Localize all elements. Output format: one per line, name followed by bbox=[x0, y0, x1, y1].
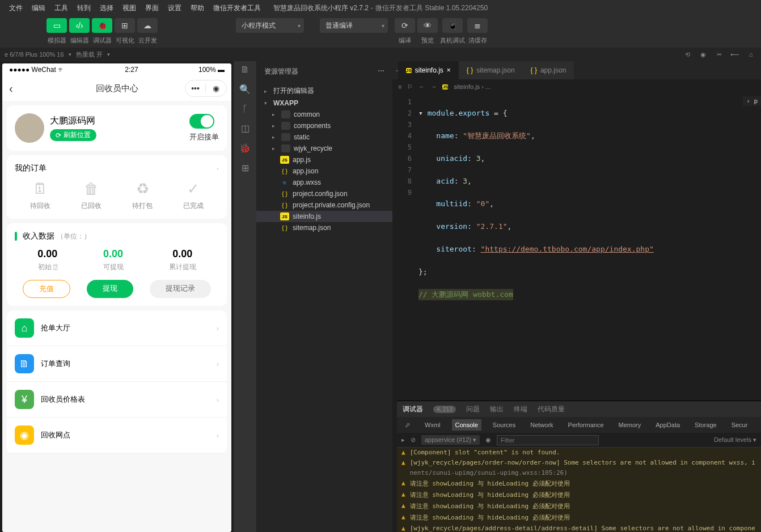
inspect-icon[interactable]: ⬀ bbox=[401, 419, 413, 431]
tab-debugger[interactable]: 🐞 bbox=[92, 18, 112, 33]
tab-cloud[interactable]: ☁ bbox=[137, 18, 158, 33]
file-sitemap[interactable]: { }sitemap.json bbox=[256, 222, 392, 233]
order-done[interactable]: ✓已完成 bbox=[183, 180, 204, 211]
list-item-price[interactable]: ¥回收员价格表› bbox=[7, 382, 227, 418]
menubar[interactable]: 文件 编辑 工具 转到 选择 视图 界面 设置 帮助 微信开发者工具 bbox=[0, 0, 761, 16]
menu-goto[interactable]: 转到 bbox=[73, 3, 95, 13]
console-output[interactable]: ▲[Component] slot "content" is not found… bbox=[397, 448, 761, 532]
order-pending[interactable]: 🗓待回收 bbox=[30, 180, 50, 211]
withdraw-history-button[interactable]: 提现记录 bbox=[150, 280, 211, 298]
fwd-arrow-icon[interactable]: → bbox=[430, 83, 437, 90]
capsule[interactable]: •••◉ bbox=[185, 80, 227, 97]
menu-wxdev[interactable]: 微信开发者工具 bbox=[209, 3, 265, 13]
console-perf[interactable]: Performance bbox=[565, 419, 607, 431]
back-icon[interactable]: ⟵ bbox=[729, 51, 741, 58]
refresh-location-button[interactable]: ⟳ 刷新位置 bbox=[50, 129, 96, 141]
clearcache-button[interactable]: ≣ bbox=[467, 18, 488, 33]
file-appjs[interactable]: JSapp.js bbox=[256, 154, 392, 165]
file-appwxss[interactable]: ≡app.wxss bbox=[256, 177, 392, 188]
menu-file[interactable]: 文件 bbox=[5, 3, 27, 13]
output-tab[interactable]: 输出 bbox=[490, 405, 504, 414]
mode-dropdown[interactable]: 小程序模式 bbox=[236, 18, 304, 33]
open-editors-section[interactable]: ▸打开的编辑器 bbox=[256, 84, 392, 97]
list-item-grab[interactable]: ⌂抢单大厅› bbox=[7, 310, 227, 346]
close-icon[interactable]: × bbox=[447, 66, 451, 74]
list-item-point[interactable]: ◉回收网点› bbox=[7, 418, 227, 453]
build-dropdown[interactable]: 普通编译 bbox=[320, 18, 388, 33]
console-sources[interactable]: Sources bbox=[489, 419, 519, 431]
preview-button[interactable]: 👁 bbox=[417, 18, 438, 33]
console-appdata[interactable]: AppData bbox=[652, 419, 683, 431]
box-icon[interactable]: ◫ bbox=[241, 123, 250, 134]
close-icon[interactable]: ◉ bbox=[206, 84, 226, 93]
tab-sitemap[interactable]: { }sitemap.json bbox=[459, 61, 523, 79]
files-icon[interactable]: 🗎 bbox=[240, 65, 250, 75]
breadcrumb[interactable]: siteinfo.js › ... bbox=[454, 83, 491, 90]
root-folder[interactable]: ▾WXAPP bbox=[256, 97, 392, 109]
tab-visual[interactable]: ⊞ bbox=[115, 18, 135, 33]
back-arrow-icon[interactable]: ← bbox=[418, 83, 425, 90]
console-memory[interactable]: Memory bbox=[615, 419, 645, 431]
menu-select[interactable]: 选择 bbox=[95, 3, 118, 13]
menu-edit[interactable]: 编辑 bbox=[27, 3, 50, 13]
menu-settings[interactable]: 设置 bbox=[163, 3, 186, 13]
file-projprivate[interactable]: { }project.private.config.json bbox=[256, 199, 392, 211]
terminal-tab[interactable]: 终端 bbox=[514, 405, 527, 414]
ext-icon[interactable]: ⊞ bbox=[242, 163, 249, 173]
home-icon[interactable]: ⌂ bbox=[745, 51, 756, 58]
tab-editor[interactable]: ‹/› bbox=[69, 18, 90, 33]
order-packed[interactable]: ♻待打包 bbox=[132, 180, 153, 211]
split-icon[interactable]: ⇥ bbox=[392, 61, 398, 79]
cut-icon[interactable]: ✂ bbox=[713, 51, 725, 58]
menu-tools[interactable]: 工具 bbox=[50, 3, 73, 13]
hot-reload[interactable]: 热重载 开 bbox=[76, 50, 103, 59]
accept-order-toggle[interactable] bbox=[189, 114, 214, 129]
console-secur[interactable]: Secur bbox=[728, 419, 751, 431]
console-network[interactable]: Network bbox=[527, 419, 556, 431]
peek-tab[interactable]: › p bbox=[743, 96, 761, 106]
quality-tab[interactable]: 代码质量 bbox=[538, 405, 565, 414]
folder-components[interactable]: ▸components bbox=[256, 120, 392, 131]
console-wxml[interactable]: Wxml bbox=[421, 419, 444, 431]
bug-icon[interactable]: 🐞 bbox=[239, 143, 251, 154]
search-icon[interactable]: 🔍 bbox=[239, 84, 251, 95]
recharge-button[interactable]: 充值 bbox=[23, 280, 70, 298]
levels-dropdown[interactable]: Default levels ▾ bbox=[714, 436, 756, 444]
file-projconfig[interactable]: { }project.config.json bbox=[256, 188, 392, 199]
folder-static[interactable]: ▸static bbox=[256, 131, 392, 143]
back-button[interactable]: ‹ bbox=[9, 82, 13, 95]
order-collected[interactable]: 🗑已回收 bbox=[81, 180, 102, 211]
warn-icon: ▲ bbox=[401, 459, 405, 466]
filter-input[interactable] bbox=[497, 435, 599, 445]
rotate-icon[interactable]: ⟲ bbox=[682, 51, 693, 58]
bookmark-icon[interactable]: ⚐ bbox=[407, 83, 413, 91]
branch-icon[interactable]: ᚴ bbox=[242, 104, 248, 114]
list-icon[interactable]: ≡ bbox=[398, 83, 401, 90]
clear-console-icon[interactable]: ⊘ bbox=[411, 436, 416, 444]
console-console[interactable]: Console bbox=[452, 419, 481, 431]
folder-wjyk[interactable]: ▸wjyk_recycle bbox=[256, 143, 392, 154]
menu-help[interactable]: 帮助 bbox=[186, 3, 209, 13]
menu-ui[interactable]: 界面 bbox=[141, 3, 163, 13]
list-item-query[interactable]: 🗎订单查询› bbox=[7, 346, 227, 382]
context-dropdown[interactable]: appservice (#12) ▾ bbox=[421, 435, 480, 445]
problems-tab[interactable]: 问题 bbox=[466, 405, 480, 414]
debugger-tab[interactable]: 调试器 bbox=[403, 405, 423, 414]
record-icon[interactable]: ◉ bbox=[697, 51, 709, 58]
tab-siteinfo[interactable]: JSsiteinfo.js× bbox=[398, 61, 459, 79]
tab-appjson[interactable]: { }app.json bbox=[523, 61, 574, 79]
menu-view[interactable]: 视图 bbox=[118, 3, 141, 13]
realdebug-button[interactable]: 📱 bbox=[442, 18, 463, 33]
menu-icon[interactable]: ••• bbox=[185, 84, 206, 93]
file-siteinfo[interactable]: JSsiteinfo.js bbox=[256, 211, 392, 222]
withdraw-button[interactable]: 提现 bbox=[87, 280, 133, 298]
more-icon[interactable]: ⋯ bbox=[378, 67, 384, 76]
compile-button[interactable]: ⟳ bbox=[395, 18, 415, 33]
console-storage[interactable]: Storage bbox=[691, 419, 720, 431]
file-appjson[interactable]: { }app.json bbox=[256, 165, 392, 177]
tab-simulator[interactable]: ▭ bbox=[46, 18, 67, 33]
folder-common[interactable]: ▸common bbox=[256, 109, 392, 120]
toggle-sidebar-icon[interactable]: ▸ bbox=[401, 436, 405, 444]
device-info[interactable]: e 6/7/8 Plus 100% 16 bbox=[5, 51, 64, 58]
eye-icon[interactable]: ◉ bbox=[485, 436, 491, 444]
